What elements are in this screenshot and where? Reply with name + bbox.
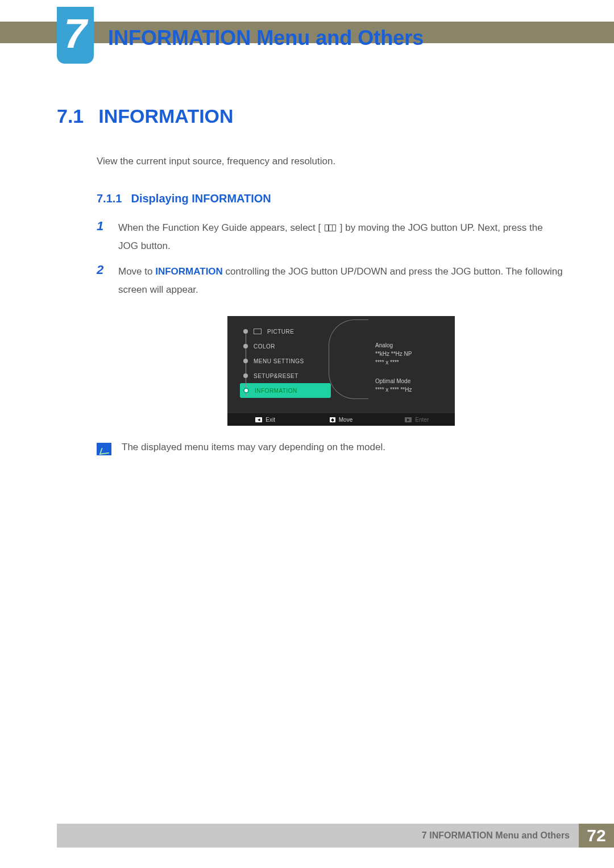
osd-item-label: SETUP&RESET (254, 373, 298, 379)
step-text-part: Move to (118, 266, 155, 277)
page-footer: 7 INFORMATION Menu and Others 72 (57, 824, 614, 848)
note-icon (97, 443, 111, 455)
note-row: The displayed menu items may vary depend… (97, 442, 563, 455)
osd-item-information: INFORMATION (240, 383, 331, 398)
osd-item-setup-reset: SETUP&RESET (240, 368, 331, 383)
osd-info-line: Optimal Mode (375, 377, 445, 385)
osd-footer-exit: ◄ Exit (227, 417, 303, 423)
subsection-title: Displaying INFORMATION (131, 192, 271, 205)
subsection-number: 7.1.1 (97, 192, 122, 205)
dot-icon (243, 388, 249, 393)
osd-item-color: COLOR (240, 339, 331, 354)
osd-curve-line (329, 319, 368, 399)
right-key-icon: ► (405, 417, 412, 422)
section-number: 7.1 (57, 105, 84, 127)
osd-screenshot: PICTURE COLOR MENU SETTINGS SETUP&RESET (119, 316, 563, 426)
osd-footer-move: ◆ Move (303, 417, 379, 423)
osd-info-line: **kHz **Hz NP (375, 350, 445, 358)
osd-panel: PICTURE COLOR MENU SETTINGS SETUP&RESET (227, 316, 455, 426)
osd-footer: ◄ Exit ◆ Move ► Enter (227, 413, 455, 426)
chapter-title: INFORMATION Menu and Others (108, 26, 424, 50)
osd-item-label: PICTURE (267, 329, 294, 335)
osd-info-line: **** x **** **Hz (375, 385, 445, 394)
section-heading: 7.1 INFORMATION (57, 105, 563, 127)
osd-connector-line (246, 332, 246, 396)
footer-label: 7 INFORMATION Menu and Others (57, 824, 579, 848)
osd-footer-label: Exit (265, 417, 275, 423)
page-number: 72 (579, 824, 614, 848)
steps-list: 1 When the Function Key Guide appears, s… (97, 219, 563, 299)
step-1: 1 When the Function Key Guide appears, s… (97, 219, 563, 256)
dot-icon (243, 359, 248, 363)
keyword-information: INFORMATION (155, 266, 223, 277)
chapter-number-tab: 7 (57, 7, 94, 64)
dot-icon (243, 344, 248, 348)
osd-info-line: Analog (375, 341, 445, 350)
osd-info-line: **** x **** (375, 358, 445, 367)
step-text: Move to INFORMATION controlling the JOG … (118, 263, 563, 300)
content-area: 7.1 INFORMATION View the current input s… (57, 105, 563, 455)
step-number: 1 (97, 219, 108, 256)
picture-icon (254, 329, 262, 334)
osd-item-label: MENU SETTINGS (254, 358, 304, 364)
section-title: INFORMATION (98, 105, 233, 127)
dot-icon (243, 329, 248, 334)
dot-icon (243, 373, 248, 378)
osd-item-menu-settings: MENU SETTINGS (240, 354, 331, 368)
osd-footer-enter: ► Enter (379, 417, 455, 423)
osd-body: PICTURE COLOR MENU SETTINGS SETUP&RESET (227, 316, 455, 413)
updown-key-icon: ◆ (330, 417, 335, 422)
subsection-heading: 7.1.1 Displaying INFORMATION (97, 192, 563, 205)
osd-item-picture: PICTURE (240, 324, 331, 339)
osd-footer-label: Enter (415, 417, 429, 423)
osd-menu-list: PICTURE COLOR MENU SETTINGS SETUP&RESET (240, 324, 331, 404)
step-text-part: When the Function Key Guide appears, sel… (118, 222, 321, 233)
osd-footer-label: Move (339, 417, 352, 423)
osd-item-label: INFORMATION (255, 388, 297, 394)
left-key-icon: ◄ (255, 417, 262, 422)
note-text: The displayed menu items may vary depend… (122, 442, 385, 453)
step-text: When the Function Key Guide appears, sel… (118, 219, 563, 256)
menu-icon (325, 225, 336, 231)
step-number: 2 (97, 263, 108, 300)
osd-info-block2: Optimal Mode **** x **** **Hz (375, 377, 445, 394)
osd-item-label: COLOR (254, 343, 275, 350)
step-2: 2 Move to INFORMATION controlling the JO… (97, 263, 563, 300)
section-intro: View the current input source, frequency… (97, 156, 563, 167)
osd-info-block1: Analog **kHz **Hz NP **** x **** (375, 341, 445, 367)
